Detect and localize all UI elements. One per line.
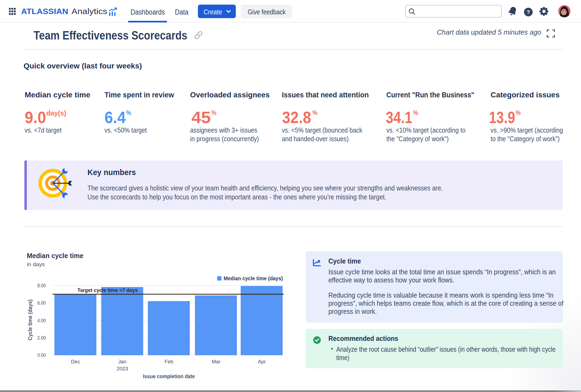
svg-text:?: ? xyxy=(527,9,530,15)
